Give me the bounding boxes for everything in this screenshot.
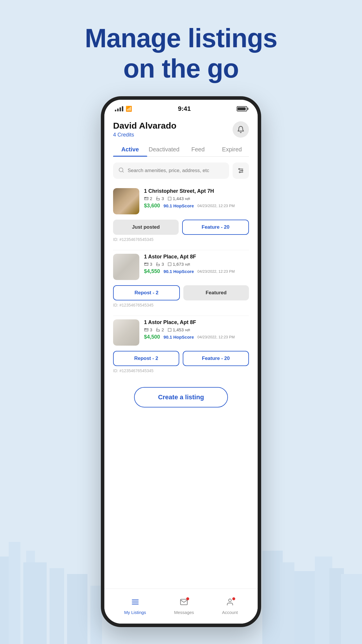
size-icon bbox=[168, 328, 172, 332]
listing-main: 1 Astor Place, Apt 8F 3 3 bbox=[113, 250, 249, 282]
bath-icon bbox=[156, 262, 160, 267]
user-info: David Alvarado 4 Credits bbox=[113, 121, 176, 138]
listing-image bbox=[113, 254, 139, 280]
svg-rect-6 bbox=[90, 586, 102, 644]
listing-price: $4,500 bbox=[144, 334, 160, 340]
filter-icon bbox=[238, 167, 244, 174]
svg-point-17 bbox=[242, 170, 243, 171]
repost-button[interactable]: Repost - 2 bbox=[113, 351, 179, 366]
tab-deactivated[interactable]: Deactivated bbox=[147, 143, 181, 156]
svg-rect-12 bbox=[341, 574, 362, 644]
repost-button[interactable]: Repost - 2 bbox=[113, 285, 180, 300]
svg-rect-20 bbox=[168, 197, 171, 200]
nav-label-listings: My Listings bbox=[124, 610, 146, 615]
bell-icon bbox=[237, 126, 245, 133]
listing-info: 1 Christopher Street, Apt 7H 2 3 bbox=[144, 188, 249, 209]
feature-button[interactable]: Feature - 20 bbox=[182, 220, 249, 235]
listing-card: 1 Astor Place, Apt 8F 3 2 bbox=[113, 316, 249, 377]
listing-price-row: $3,600 90.1 HopScore 04/23/2022, 12:23 P… bbox=[144, 203, 249, 209]
nav-account[interactable]: Account bbox=[222, 598, 238, 615]
listing-card: 1 Christopher Street, Apt 7H 2 3 bbox=[113, 185, 249, 245]
mail-icon bbox=[180, 598, 188, 608]
search-input-wrapper bbox=[113, 162, 229, 179]
tab-expired[interactable]: Expired bbox=[215, 143, 249, 156]
listing-price-row: $4,500 90.1 HopScore 04/23/2022, 12:23 P… bbox=[144, 334, 249, 340]
listing-date: 04/23/2022, 12:23 PM bbox=[197, 269, 235, 274]
bath-icon bbox=[156, 196, 160, 201]
tab-feed[interactable]: Feed bbox=[181, 143, 215, 156]
svg-point-16 bbox=[239, 169, 240, 170]
listing-id: ID: #12354676545345 bbox=[113, 368, 249, 373]
listing-date: 04/23/2022, 12:23 PM bbox=[197, 335, 235, 339]
phone-frame: 📶 9:41 David Alvarado 4 Credits bbox=[101, 96, 261, 627]
wifi-icon: 📶 bbox=[126, 106, 132, 112]
nav-my-listings[interactable]: My Listings bbox=[124, 598, 146, 615]
listing-info: 1 Astor Place, Apt 8F 3 2 bbox=[144, 319, 249, 340]
svg-rect-22 bbox=[168, 328, 171, 331]
tab-active[interactable]: Active bbox=[113, 143, 147, 156]
listing-actions: Just posted Feature - 20 bbox=[113, 220, 249, 235]
nav-label-account: Account bbox=[222, 610, 238, 615]
search-row bbox=[113, 162, 249, 179]
status-bar: 📶 9:41 bbox=[104, 100, 258, 116]
listing-meta: 3 3 1,673sqft bbox=[144, 262, 249, 267]
filter-button[interactable] bbox=[233, 162, 249, 179]
featured-button[interactable]: Featured bbox=[183, 285, 249, 300]
listing-meta: 2 3 1,443sqft bbox=[144, 196, 249, 201]
listing-address: 1 Astor Place, Apt 8F bbox=[144, 319, 249, 326]
status-time: 9:41 bbox=[178, 105, 191, 113]
create-listing-button[interactable]: Create a listing bbox=[134, 387, 228, 407]
svg-point-26 bbox=[229, 599, 231, 601]
bed-icon bbox=[144, 262, 149, 267]
nav-messages[interactable]: Messages bbox=[174, 598, 194, 615]
svg-rect-10 bbox=[315, 556, 332, 644]
listing-price-row: $4,550 90.1 HopScore 04/23/2022, 12:23 P… bbox=[144, 268, 249, 274]
listing-actions: Repost - 2 Feature - 20 bbox=[113, 351, 249, 366]
listing-date: 04/23/2022, 12:23 PM bbox=[197, 204, 235, 208]
feature-button[interactable]: Feature - 20 bbox=[183, 351, 249, 366]
listing-main: 1 Christopher Street, Apt 7H 2 3 bbox=[113, 185, 249, 217]
bed-icon bbox=[144, 196, 149, 201]
bg-headline: Manage listings on the go bbox=[0, 0, 362, 84]
listing-hopscore: 90.1 HopScore bbox=[164, 335, 194, 340]
listing-image bbox=[113, 319, 139, 346]
size-icon bbox=[168, 197, 172, 201]
user-name: David Alvarado bbox=[113, 121, 176, 131]
signal-bars-icon bbox=[115, 106, 123, 111]
listing-hopscore: 90.1 HopScore bbox=[164, 269, 194, 274]
listing-address: 1 Astor Place, Apt 8F bbox=[144, 254, 249, 260]
search-input[interactable] bbox=[128, 168, 224, 174]
battery-icon bbox=[237, 106, 247, 111]
svg-rect-9 bbox=[294, 571, 318, 644]
svg-rect-1 bbox=[9, 542, 20, 644]
notification-button[interactable] bbox=[233, 121, 249, 138]
listing-info: 1 Astor Place, Apt 8F 3 3 bbox=[144, 254, 249, 274]
list-icon bbox=[131, 598, 139, 608]
listing-id: ID: #12354676545345 bbox=[113, 237, 249, 242]
tabs: Active Deactivated Feed Expired bbox=[113, 143, 249, 157]
listing-address: 1 Christopher Street, Apt 7H bbox=[144, 188, 249, 194]
search-icon bbox=[118, 167, 124, 174]
svg-rect-7 bbox=[262, 551, 283, 644]
just-posted-button[interactable]: Just posted bbox=[113, 220, 179, 235]
svg-rect-11 bbox=[329, 568, 344, 644]
svg-rect-21 bbox=[168, 262, 171, 266]
bed-icon bbox=[144, 328, 149, 332]
header: David Alvarado 4 Credits bbox=[113, 116, 249, 143]
status-left: 📶 bbox=[115, 106, 132, 112]
svg-rect-2 bbox=[23, 562, 47, 644]
svg-rect-0 bbox=[0, 556, 17, 644]
person-icon bbox=[226, 598, 234, 608]
listing-hopscore: 90.1 HopScore bbox=[164, 203, 194, 208]
listing-id: ID: #12354676545345 bbox=[113, 303, 249, 307]
listing-price: $4,550 bbox=[144, 268, 160, 274]
listing-image bbox=[113, 188, 139, 214]
bottom-nav: My Listings Messages Acc bbox=[104, 589, 258, 624]
listing-price: $3,600 bbox=[144, 203, 160, 209]
listing-meta: 3 2 1,453sqft bbox=[144, 327, 249, 332]
page-background: Manage listings on the go bbox=[0, 0, 362, 84]
size-icon bbox=[168, 262, 172, 266]
svg-rect-3 bbox=[26, 551, 35, 562]
svg-rect-5 bbox=[67, 574, 87, 644]
listing-main: 1 Astor Place, Apt 8F 3 2 bbox=[113, 316, 249, 348]
